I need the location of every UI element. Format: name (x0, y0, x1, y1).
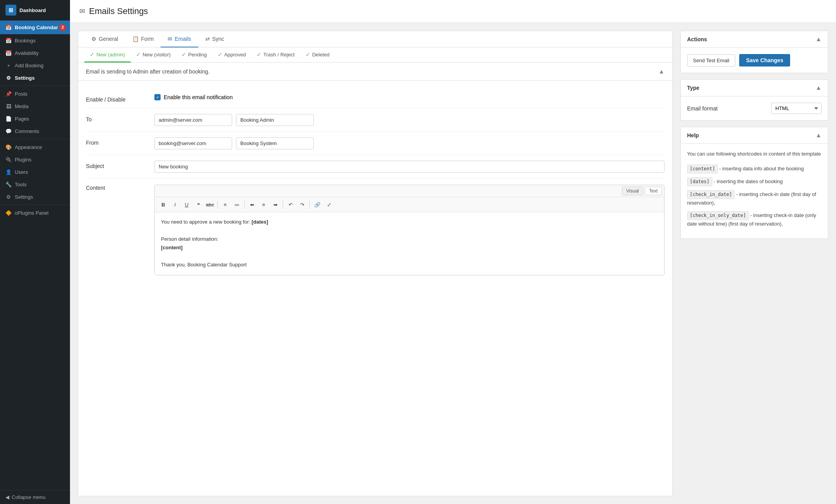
toolbar-unordered-list[interactable]: ≡ (220, 200, 231, 210)
subject-row: Subject (86, 155, 665, 178)
editor-tabs-row: Visual Text (155, 185, 664, 197)
toolbar-underline[interactable]: U (181, 200, 192, 210)
actions-panel-body: Send Test Email Save Changes (681, 48, 828, 73)
enable-checkbox-row[interactable]: ✓ Enable this email notification (154, 94, 233, 100)
general-tab-icon: ⚙ (91, 36, 96, 42)
shortcode-check-in-date: [check_in_date] (687, 190, 735, 199)
sidebar-item-tools[interactable]: 🔧 Tools (0, 178, 70, 191)
to-name-input[interactable] (236, 114, 314, 126)
toolbar-ordered-list[interactable]: ≔ (231, 200, 242, 210)
sub-tab-pending[interactable]: ✓ Pending (176, 47, 212, 63)
trash-reject-icon: ✓ (257, 51, 261, 58)
subject-label: Subject (86, 161, 148, 169)
from-name-input[interactable] (236, 137, 314, 149)
form-tab-label: Form (141, 36, 154, 42)
sidebar-divider-1 (0, 86, 70, 86)
toolbar-fullscreen[interactable]: ⤢ (324, 200, 334, 210)
settings2-label: Settings (15, 194, 33, 200)
sidebar-item-plugins[interactable]: 🔌 Plugins (0, 153, 70, 166)
toolbar-blockquote[interactable]: ❝ (193, 200, 204, 210)
sidebar-item-comments[interactable]: 💬 Comments (0, 125, 70, 137)
users-label: Users (15, 169, 28, 175)
appearance-icon: 🎨 (5, 144, 12, 150)
sub-tab-trash-reject[interactable]: ✓ Trash / Reject (251, 47, 300, 63)
toolbar-align-right[interactable]: ➡ (270, 200, 281, 210)
editor-body[interactable]: You need to approve a new booking for: [… (155, 212, 664, 275)
bookings-label: Bookings (15, 38, 35, 44)
sidebar-item-settings[interactable]: ⚙ Settings (0, 72, 70, 84)
new-visitor-icon: ✓ (136, 51, 141, 58)
sidebar-item-appearance[interactable]: 🎨 Appearance (0, 141, 70, 153)
subject-input[interactable] (154, 161, 665, 173)
email-format-row: Email format HTML Plain Text (687, 103, 822, 114)
comments-icon: 💬 (5, 128, 12, 134)
sub-tab-deleted[interactable]: ✓ Deleted (300, 47, 335, 63)
toolbar-link[interactable]: 🔗 (312, 200, 323, 210)
sidebar-item-booking-calendar[interactable]: 📅 Booking Calendar 3 (0, 21, 70, 34)
enable-checkbox[interactable]: ✓ (154, 94, 161, 100)
main-tabs: ⚙ General 📋 Form ✉ Emails ⇄ Sync (78, 31, 672, 47)
sub-tab-new-admin[interactable]: ✓ New (admin) (84, 47, 131, 63)
enable-disable-inputs: ✓ Enable this email notification (154, 94, 665, 100)
toolbar-align-left[interactable]: ⬅ (247, 200, 257, 210)
right-panels: Actions ▲ Send Test Email Save Changes T… (680, 31, 828, 496)
enable-disable-label: Enable / Disable (86, 94, 148, 103)
toolbar-undo[interactable]: ↶ (285, 200, 296, 210)
sidebar-item-availability[interactable]: 📆 Availability (0, 47, 70, 59)
toolbar-redo[interactable]: ↷ (297, 200, 308, 210)
type-panel-collapse[interactable]: ▲ (815, 84, 822, 91)
editor-text-btn[interactable]: Text (645, 187, 662, 195)
sidebar-item-pages[interactable]: 📄 Pages (0, 112, 70, 125)
availability-label: Availability (15, 50, 38, 56)
sidebar-item-posts[interactable]: 📌 Posts (0, 88, 70, 100)
sidebar-item-users[interactable]: 👤 Users (0, 166, 70, 178)
media-icon: 🖼 (5, 103, 12, 109)
tab-emails[interactable]: ✉ Emails (161, 31, 198, 47)
sidebar-item-oplugins[interactable]: 🔶 oPlugins Panel (0, 206, 70, 219)
sidebar-item-settings2[interactable]: ⚙ Settings (0, 191, 70, 203)
sidebar-item-bookings[interactable]: 📅 Bookings (0, 34, 70, 47)
media-label: Media (15, 103, 28, 109)
tools-label: Tools (15, 182, 26, 187)
tab-form[interactable]: 📋 Form (125, 31, 161, 47)
new-admin-icon: ✓ (90, 51, 94, 58)
editor-toolbar: B I U ❝ abc ≡ ≔ ⬅ (155, 197, 664, 212)
toolbar-bold[interactable]: B (158, 200, 169, 210)
dashboard-nav-item[interactable]: ⊞ Dashboard (0, 0, 70, 21)
new-admin-label: New (admin) (96, 52, 125, 58)
page-title: Emails Settings (89, 6, 148, 16)
oplugins-icon: 🔶 (5, 210, 12, 216)
subject-inputs (154, 161, 665, 173)
shortcode-dates: [dates] (687, 177, 712, 186)
deleted-icon: ✓ (306, 51, 310, 58)
save-changes-button[interactable]: Save Changes (739, 54, 791, 66)
actions-panel-collapse[interactable]: ▲ (815, 36, 822, 43)
main-content: ✉ Emails Settings ⚙ General 📋 Form ✉ Ema… (70, 0, 836, 504)
from-email-input[interactable] (154, 137, 232, 149)
collapse-label: Collapse menu (12, 494, 45, 500)
toolbar-strikethrough[interactable]: abc (205, 200, 215, 210)
toolbar-align-center[interactable]: ≡ (258, 200, 269, 210)
sidebar-item-media[interactable]: 🖼 Media (0, 100, 70, 112)
tab-sync[interactable]: ⇄ Sync (198, 31, 231, 47)
actions-panel-header: Actions ▲ (681, 31, 828, 48)
sub-tab-approved[interactable]: ✓ Approved (212, 47, 252, 63)
editor-visual-btn[interactable]: Visual (622, 187, 643, 195)
send-test-email-button[interactable]: Send Test Email (687, 54, 735, 66)
toolbar-sep-3 (283, 201, 283, 208)
email-format-select[interactable]: HTML Plain Text (771, 103, 822, 114)
collapse-menu-button[interactable]: ◀ Collapse menu (0, 490, 70, 504)
email-header-collapse[interactable]: ▲ (658, 68, 665, 75)
tab-general[interactable]: ⚙ General (84, 31, 125, 47)
type-panel-title: Type (687, 85, 700, 91)
toolbar-sep-2 (244, 201, 245, 208)
to-email-input[interactable] (154, 114, 232, 126)
sync-tab-label: Sync (212, 36, 224, 42)
sidebar-item-add-booking[interactable]: + Add Booking (0, 59, 70, 72)
sub-tab-new-visitor[interactable]: ✓ New (visitor) (131, 47, 176, 63)
toolbar-italic[interactable]: I (170, 200, 180, 210)
oplugins-label: oPlugins Panel (15, 210, 49, 216)
add-booking-label: Add Booking (15, 63, 44, 68)
help-panel-collapse[interactable]: ▲ (815, 132, 822, 139)
editor-line1: You need to approve a new booking for: [… (161, 218, 658, 226)
